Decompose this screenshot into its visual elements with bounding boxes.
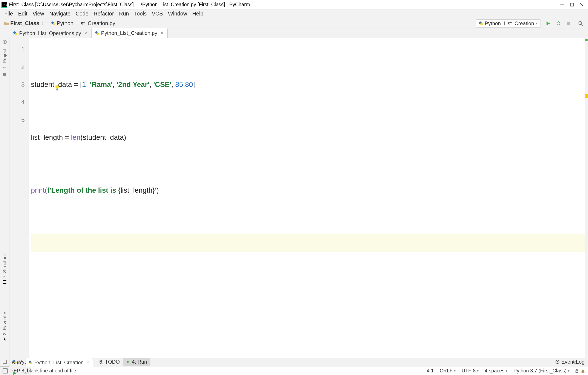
close-icon[interactable]: ✕	[160, 31, 164, 36]
svg-point-8	[53, 23, 55, 25]
menu-file[interactable]: File	[2, 10, 15, 18]
event-log-label: Event Log	[561, 359, 585, 365]
menu-refactor[interactable]: Refactor	[91, 10, 117, 18]
svg-rect-44	[3, 360, 6, 364]
status-checkbox[interactable]	[3, 368, 8, 374]
structure-icon: ☰	[3, 279, 7, 285]
pycharm-app-icon: PC	[1, 2, 7, 8]
project-tool-label[interactable]: 1: Project	[2, 49, 8, 69]
python-file-icon	[51, 21, 55, 26]
svg-point-22	[15, 33, 17, 35]
line-number: 3	[10, 76, 25, 93]
python-run-icon	[29, 361, 33, 364]
code-line-5	[31, 287, 585, 305]
svg-line-20	[581, 24, 583, 26]
svg-point-12	[557, 22, 560, 25]
status-encoding[interactable]: UTF-8▾	[459, 368, 482, 374]
status-interpreter[interactable]: Python 3.7 (First_Class)▾	[510, 368, 573, 374]
code-line-4	[31, 234, 585, 252]
menu-edit[interactable]: Edit	[15, 10, 30, 18]
todo-icon	[94, 360, 98, 364]
code-line-2: list_length = len(student_data)	[31, 129, 585, 146]
editor-tabs: Python_List_Operations.py ✕ Python_List_…	[0, 29, 588, 38]
code-line-3: print(f'Length of the list is {list_leng…	[31, 182, 585, 199]
svg-rect-4	[570, 3, 573, 6]
line-number: 4	[10, 93, 25, 111]
event-log-button[interactable]: Event Log	[552, 359, 588, 365]
status-indent[interactable]: 4 spaces▾	[482, 368, 510, 374]
svg-point-19	[579, 21, 582, 24]
star-icon: ★	[3, 336, 7, 342]
workspace: 1: Project 1 2 3 4 5 student_data = [1, …	[0, 38, 588, 357]
debug-button[interactable]	[553, 18, 564, 29]
chevron-right-icon: 〉	[41, 20, 46, 27]
structure-tool-label[interactable]: 7: Structure	[2, 254, 8, 278]
status-caret-position[interactable]: 4:1	[424, 368, 437, 374]
menu-navigate[interactable]: Navigate	[47, 10, 73, 18]
close-icon[interactable]: ✕	[84, 31, 88, 36]
bottom-tab-todo[interactable]: 6: TODO	[90, 357, 123, 366]
search-everywhere-button[interactable]	[576, 18, 586, 29]
menu-view[interactable]: View	[30, 10, 47, 18]
svg-point-24	[96, 32, 99, 35]
menu-window[interactable]: Window	[166, 10, 190, 18]
breadcrumb-file[interactable]: Python_List_Creation.py	[49, 19, 117, 27]
svg-point-46	[14, 362, 17, 364]
breadcrumb-project[interactable]: First_Class 〉	[2, 19, 49, 28]
python-console-icon	[13, 360, 17, 364]
editor-tab-label: Python_List_Operations.py	[19, 30, 81, 36]
editor-tab-python-list-creation[interactable]: Python_List_Creation.py ✕	[91, 28, 168, 38]
tool-window-quick-access[interactable]	[0, 357, 10, 366]
editor-tab-python-list-operations[interactable]: Python_List_Operations.py ✕	[10, 28, 91, 38]
menubar: File Edit View Navigate Code Refactor Ru…	[0, 10, 588, 18]
chevron-down-icon: ▾	[536, 21, 537, 25]
error-stripe[interactable]	[585, 38, 588, 358]
run-button[interactable]	[543, 18, 553, 29]
menu-help[interactable]: Help	[190, 10, 206, 18]
window-minimize-button[interactable]	[557, 0, 567, 10]
svg-rect-18	[567, 22, 570, 25]
menu-tools[interactable]: Tools	[132, 10, 149, 18]
run-tab[interactable]: Python_List_Creation ✕	[26, 358, 93, 367]
left-tool-strip-lower: 7: Structure ☰ 2: Favorites ★	[0, 254, 10, 342]
intention-bulb-icon[interactable]: 💡	[54, 79, 60, 97]
event-log-icon	[555, 360, 560, 364]
inspector-icon[interactable]	[580, 369, 585, 373]
status-line-separator[interactable]: CRLF▾	[437, 368, 459, 374]
lock-icon[interactable]	[575, 369, 579, 373]
svg-point-26	[4, 41, 5, 43]
titlebar: PC First_Class [C:\Users\User\PycharmPro…	[0, 0, 588, 10]
bottom-tab-run[interactable]: 4: Run	[123, 357, 150, 366]
code-editor[interactable]: 1 2 3 4 5 student_data = [1, 'Rama', '2n…	[10, 38, 588, 358]
project-tool-target-icon[interactable]	[2, 40, 7, 44]
breadcrumb-project-label: First_Class	[10, 20, 39, 26]
menu-run[interactable]: Run	[116, 10, 132, 18]
window-close-button[interactable]	[577, 0, 587, 10]
stop-button	[564, 18, 574, 29]
folder-icon	[4, 21, 9, 25]
navigation-bar: First_Class 〉 Python_List_Creation.py Py…	[0, 18, 588, 29]
line-number-gutter: 1 2 3 4 5	[10, 38, 29, 358]
svg-line-52	[557, 362, 558, 363]
svg-point-10	[480, 23, 483, 25]
editor-tab-label: Python_List_Creation.py	[101, 30, 157, 36]
line-number: 5	[10, 111, 25, 129]
warning-marker[interactable]	[585, 94, 588, 98]
inspection-ok-marker	[585, 39, 588, 41]
window-maximize-button[interactable]	[567, 0, 577, 10]
code-area[interactable]: student_data = [1, 'Rama', '2nd Year', '…	[29, 38, 585, 358]
svg-rect-27	[3, 73, 6, 76]
project-collapse-icon[interactable]	[3, 73, 7, 76]
run-tab-label: Python_List_Creation	[34, 360, 84, 365]
window-title: First_Class [C:\Users\User\PycharmProjec…	[9, 2, 557, 8]
svg-rect-55	[582, 370, 584, 372]
menu-code[interactable]: Code	[73, 10, 91, 18]
status-message: PEP 8: blank line at end of file	[10, 368, 424, 374]
close-icon[interactable]: ✕	[86, 360, 90, 365]
line-number: 1	[10, 40, 25, 58]
favorites-tool-label[interactable]: 2: Favorites	[2, 311, 8, 335]
svg-rect-53	[576, 371, 578, 372]
menu-vcs[interactable]: VCS	[149, 10, 165, 18]
run-icon	[126, 360, 130, 364]
run-config-selector[interactable]: Python_List_Creation ▾	[476, 19, 541, 28]
